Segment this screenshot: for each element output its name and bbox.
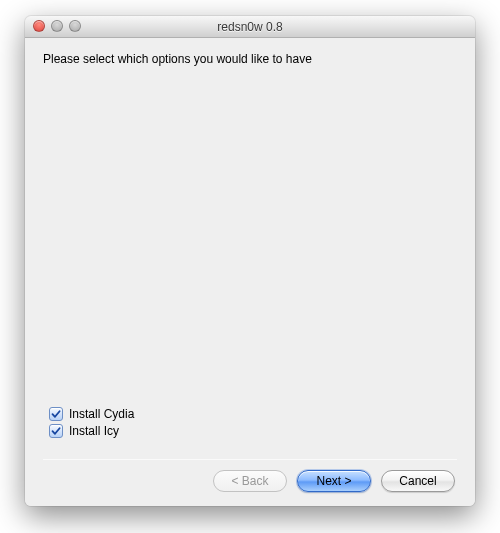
options-group: Install Cydia Install Icy <box>49 404 457 441</box>
minimize-icon[interactable] <box>51 20 63 32</box>
close-icon[interactable] <box>33 20 45 32</box>
option-label: Install Icy <box>69 424 119 438</box>
spacer <box>43 74 457 404</box>
option-install-cydia[interactable]: Install Cydia <box>49 407 457 421</box>
option-install-icy[interactable]: Install Icy <box>49 424 457 438</box>
checkbox-icon[interactable] <box>49 424 63 438</box>
content-area: Please select which options you would li… <box>25 38 475 506</box>
cancel-button[interactable]: Cancel <box>381 470 455 492</box>
divider <box>43 459 457 460</box>
zoom-icon[interactable] <box>69 20 81 32</box>
instructions-text: Please select which options you would li… <box>43 52 457 66</box>
option-label: Install Cydia <box>69 407 134 421</box>
titlebar[interactable]: redsn0w 0.8 <box>25 16 475 38</box>
checkbox-icon[interactable] <box>49 407 63 421</box>
traffic-lights <box>33 20 81 32</box>
next-button[interactable]: Next > <box>297 470 371 492</box>
window-title: redsn0w 0.8 <box>217 20 282 34</box>
app-window: redsn0w 0.8 Please select which options … <box>25 16 475 506</box>
back-button: < Back <box>213 470 287 492</box>
button-row: < Back Next > Cancel <box>43 470 457 494</box>
